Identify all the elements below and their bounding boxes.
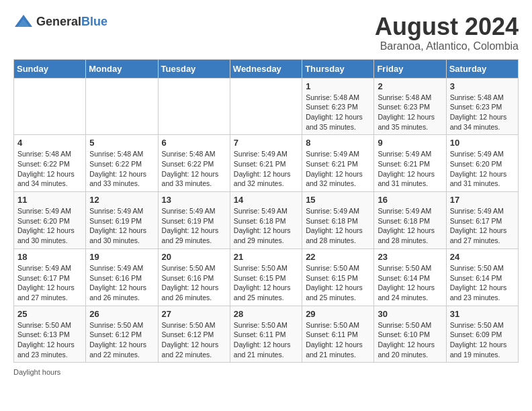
cell-date-number: 21 (234, 252, 298, 262)
cell-info: Sunrise: 5:49 AM Sunset: 6:21 PM Dayligh… (306, 149, 370, 189)
footer: Daylight hours (13, 368, 519, 376)
cell-date-number: 23 (378, 252, 442, 262)
day-header-monday: Monday (86, 59, 158, 78)
week-row-4: 25Sunrise: 5:50 AM Sunset: 6:13 PM Dayli… (14, 306, 519, 363)
calendar-cell: 10Sunrise: 5:49 AM Sunset: 6:20 PM Dayli… (446, 135, 518, 192)
day-header-sunday: Sunday (14, 59, 86, 78)
calendar-cell: 7Sunrise: 5:49 AM Sunset: 6:21 PM Daylig… (230, 135, 302, 192)
day-header-saturday: Saturday (446, 59, 518, 78)
calendar-cell (158, 78, 230, 135)
cell-info: Sunrise: 5:49 AM Sunset: 6:17 PM Dayligh… (17, 263, 82, 303)
calendar-cell: 12Sunrise: 5:49 AM Sunset: 6:19 PM Dayli… (86, 192, 158, 249)
cell-date-number: 20 (162, 252, 226, 262)
page-title: August 2024 (375, 13, 519, 40)
cell-info: Sunrise: 5:50 AM Sunset: 6:12 PM Dayligh… (89, 320, 154, 360)
logo-icon (13, 13, 34, 30)
cell-date-number: 13 (162, 195, 226, 205)
day-header-friday: Friday (374, 59, 446, 78)
calendar-cell: 16Sunrise: 5:49 AM Sunset: 6:18 PM Dayli… (374, 192, 446, 249)
cell-info: Sunrise: 5:49 AM Sunset: 6:18 PM Dayligh… (306, 206, 370, 246)
calendar-cell: 24Sunrise: 5:50 AM Sunset: 6:14 PM Dayli… (446, 248, 518, 306)
calendar-cell: 22Sunrise: 5:50 AM Sunset: 6:15 PM Dayli… (302, 248, 374, 306)
title-block: August 2024 Baranoa, Atlantico, Colombia (375, 13, 519, 52)
week-row-2: 11Sunrise: 5:49 AM Sunset: 6:20 PM Dayli… (14, 192, 519, 249)
days-of-week-row: SundayMondayTuesdayWednesdayThursdayFrid… (14, 59, 519, 78)
cell-date-number: 17 (450, 195, 515, 205)
calendar-cell: 25Sunrise: 5:50 AM Sunset: 6:13 PM Dayli… (14, 306, 86, 363)
cell-info: Sunrise: 5:50 AM Sunset: 6:15 PM Dayligh… (306, 263, 370, 303)
calendar-cell: 29Sunrise: 5:50 AM Sunset: 6:11 PM Dayli… (302, 306, 374, 363)
calendar-cell: 18Sunrise: 5:49 AM Sunset: 6:17 PM Dayli… (14, 248, 86, 306)
calendar-cell: 5Sunrise: 5:48 AM Sunset: 6:22 PM Daylig… (86, 135, 158, 192)
calendar-cell: 23Sunrise: 5:50 AM Sunset: 6:14 PM Dayli… (374, 248, 446, 306)
cell-info: Sunrise: 5:49 AM Sunset: 6:21 PM Dayligh… (378, 149, 442, 189)
logo: GeneralBlue (13, 13, 107, 30)
cell-date-number: 31 (450, 309, 515, 319)
cell-info: Sunrise: 5:49 AM Sunset: 6:20 PM Dayligh… (17, 206, 82, 246)
cell-info: Sunrise: 5:49 AM Sunset: 6:17 PM Dayligh… (450, 206, 515, 246)
cell-info: Sunrise: 5:48 AM Sunset: 6:22 PM Dayligh… (17, 149, 82, 189)
page-header: GeneralBlue August 2024 Baranoa, Atlanti… (13, 13, 519, 52)
cell-info: Sunrise: 5:50 AM Sunset: 6:16 PM Dayligh… (162, 263, 226, 303)
week-row-3: 18Sunrise: 5:49 AM Sunset: 6:17 PM Dayli… (14, 248, 519, 306)
page-subtitle: Baranoa, Atlantico, Colombia (375, 40, 519, 52)
cell-date-number: 4 (17, 138, 82, 148)
logo-text: GeneralBlue (36, 15, 107, 29)
cell-date-number: 25 (17, 309, 82, 319)
calendar-cell: 1Sunrise: 5:48 AM Sunset: 6:23 PM Daylig… (302, 78, 374, 135)
calendar-cell: 19Sunrise: 5:49 AM Sunset: 6:16 PM Dayli… (86, 248, 158, 306)
day-header-tuesday: Tuesday (158, 59, 230, 78)
cell-info: Sunrise: 5:50 AM Sunset: 6:15 PM Dayligh… (234, 263, 298, 303)
calendar-cell: 14Sunrise: 5:49 AM Sunset: 6:18 PM Dayli… (230, 192, 302, 249)
cell-info: Sunrise: 5:48 AM Sunset: 6:22 PM Dayligh… (89, 149, 154, 189)
calendar-cell: 31Sunrise: 5:50 AM Sunset: 6:09 PM Dayli… (446, 306, 518, 363)
cell-info: Sunrise: 5:48 AM Sunset: 6:23 PM Dayligh… (306, 93, 370, 132)
cell-date-number: 24 (450, 252, 515, 262)
cell-date-number: 10 (450, 138, 515, 148)
cell-date-number: 7 (234, 138, 298, 148)
calendar-cell: 2Sunrise: 5:48 AM Sunset: 6:23 PM Daylig… (374, 78, 446, 135)
day-header-thursday: Thursday (302, 59, 374, 78)
cell-info: Sunrise: 5:48 AM Sunset: 6:23 PM Dayligh… (450, 93, 515, 132)
cell-info: Sunrise: 5:49 AM Sunset: 6:18 PM Dayligh… (234, 206, 298, 246)
week-row-1: 4Sunrise: 5:48 AM Sunset: 6:22 PM Daylig… (14, 135, 519, 192)
calendar-header: SundayMondayTuesdayWednesdayThursdayFrid… (14, 59, 519, 78)
cell-info: Sunrise: 5:48 AM Sunset: 6:23 PM Dayligh… (378, 93, 442, 132)
calendar-cell: 8Sunrise: 5:49 AM Sunset: 6:21 PM Daylig… (302, 135, 374, 192)
cell-date-number: 6 (162, 138, 226, 148)
calendar-cell: 28Sunrise: 5:50 AM Sunset: 6:11 PM Dayli… (230, 306, 302, 363)
cell-date-number: 26 (89, 309, 154, 319)
cell-date-number: 14 (234, 195, 298, 205)
calendar-cell (86, 78, 158, 135)
cell-date-number: 1 (306, 81, 370, 91)
cell-date-number: 18 (17, 252, 82, 262)
cell-info: Sunrise: 5:49 AM Sunset: 6:20 PM Dayligh… (450, 149, 515, 189)
cell-info: Sunrise: 5:50 AM Sunset: 6:12 PM Dayligh… (162, 320, 226, 360)
cell-info: Sunrise: 5:49 AM Sunset: 6:21 PM Dayligh… (234, 149, 298, 189)
cell-info: Sunrise: 5:49 AM Sunset: 6:16 PM Dayligh… (89, 263, 154, 303)
cell-info: Sunrise: 5:49 AM Sunset: 6:19 PM Dayligh… (89, 206, 154, 246)
cell-info: Sunrise: 5:50 AM Sunset: 6:14 PM Dayligh… (450, 263, 515, 303)
calendar-body: 1Sunrise: 5:48 AM Sunset: 6:23 PM Daylig… (14, 78, 519, 363)
calendar-table: SundayMondayTuesdayWednesdayThursdayFrid… (13, 59, 519, 363)
day-header-wednesday: Wednesday (230, 59, 302, 78)
calendar-cell: 27Sunrise: 5:50 AM Sunset: 6:12 PM Dayli… (158, 306, 230, 363)
calendar-cell: 26Sunrise: 5:50 AM Sunset: 6:12 PM Dayli… (86, 306, 158, 363)
cell-info: Sunrise: 5:48 AM Sunset: 6:22 PM Dayligh… (162, 149, 226, 189)
calendar-cell: 15Sunrise: 5:49 AM Sunset: 6:18 PM Dayli… (302, 192, 374, 249)
cell-info: Sunrise: 5:50 AM Sunset: 6:09 PM Dayligh… (450, 320, 515, 360)
cell-info: Sunrise: 5:50 AM Sunset: 6:14 PM Dayligh… (378, 263, 442, 303)
cell-date-number: 3 (450, 81, 515, 91)
cell-date-number: 22 (306, 252, 370, 262)
cell-info: Sunrise: 5:50 AM Sunset: 6:11 PM Dayligh… (234, 320, 298, 360)
calendar-cell (230, 78, 302, 135)
cell-date-number: 30 (378, 309, 442, 319)
cell-date-number: 8 (306, 138, 370, 148)
calendar-cell: 3Sunrise: 5:48 AM Sunset: 6:23 PM Daylig… (446, 78, 518, 135)
cell-date-number: 11 (17, 195, 82, 205)
week-row-0: 1Sunrise: 5:48 AM Sunset: 6:23 PM Daylig… (14, 78, 519, 135)
calendar-cell: 17Sunrise: 5:49 AM Sunset: 6:17 PM Dayli… (446, 192, 518, 249)
cell-info: Sunrise: 5:50 AM Sunset: 6:13 PM Dayligh… (17, 320, 82, 360)
cell-date-number: 28 (234, 309, 298, 319)
calendar-cell: 13Sunrise: 5:49 AM Sunset: 6:19 PM Dayli… (158, 192, 230, 249)
